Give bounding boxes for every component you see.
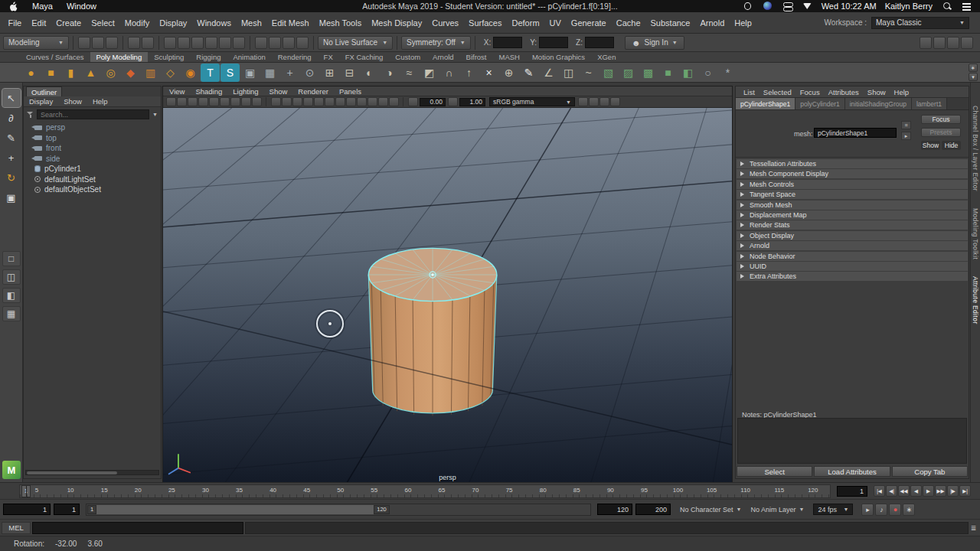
shelf-tab[interactable]: Motion Graphics [526,52,591,62]
four-pane-layout-button[interactable]: ▦ [2,306,21,321]
fps-selector[interactable]: 24 fps▼ [813,504,853,515]
shelf-tab[interactable]: Rendering [272,52,318,62]
view-transform-selector[interactable]: sRGB gamma▼ [489,97,575,106]
attr-list-toggle-icon[interactable]: ≡ [901,121,911,129]
playback-end-field[interactable]: 120 [597,504,632,515]
menu-item[interactable]: Cache [611,18,645,28]
multi-cut-icon[interactable]: × [479,64,498,82]
side-panel-tab[interactable]: Attribute Editor [972,276,979,324]
outliner-item[interactable]: defaultLightSet [24,174,161,185]
y-input[interactable] [539,37,568,48]
separate-icon[interactable]: ⊟ [340,64,359,82]
menu-item[interactable]: Deform [507,18,544,28]
paint-select-tool-icon[interactable]: ✎ [2,129,21,147]
animation-start-field[interactable]: 1 [3,504,51,515]
apple-menu-icon[interactable] [9,2,18,11]
shelf-tab[interactable]: FX Caching [339,52,390,62]
live-surface-selector[interactable]: No Live Surface▼ [318,36,393,50]
outliner-item[interactable]: defaultObjectSet [24,184,161,195]
viewport-menu-item[interactable]: Shading [195,87,222,96]
menu-item[interactable]: Display [155,18,192,28]
menu-item[interactable]: UV [544,18,566,28]
shelf-tab[interactable]: XGen [591,52,622,62]
lights-icon[interactable] [346,97,356,106]
shelf-editor-icon[interactable]: ∗ [969,64,978,72]
menu-item[interactable]: Substance [645,18,695,28]
mirror-icon[interactable]: ◫ [559,64,578,82]
attr-bottom-button[interactable]: Copy Tab [892,466,968,477]
siri-icon[interactable] [762,2,773,11]
render-current-frame-icon[interactable] [269,37,281,49]
attribute-section-header[interactable]: Arnold [737,241,968,250]
select-tool-icon[interactable]: ↖ [2,89,21,107]
wireframe-icon[interactable] [314,97,324,106]
menu-item[interactable]: Curves [427,18,464,28]
project-curve-icon[interactable]: ~ [579,64,598,82]
shelf-tab[interactable]: MASH [493,52,526,62]
shelf-tab[interactable]: Curves / Surfaces [20,52,90,62]
attribute-section-header[interactable]: Mesh Component Display [737,169,968,178]
attr-menu-item[interactable]: Show [867,88,886,96]
range-start-handle[interactable]: 1 [87,505,96,514]
poly-cube-icon[interactable]: ■ [41,64,60,82]
move-tool-icon[interactable]: + [2,148,21,167]
three-pane-layout-button[interactable]: ◧ [2,288,21,303]
quad-draw-icon[interactable]: ✎ [519,64,538,82]
workspace-selector[interactable]: Maya Classic▼ [871,17,969,29]
attribute-section-header[interactable]: Object Display [737,231,968,240]
range-end-handle[interactable]: 120 [374,505,390,514]
side-panel-tab[interactable]: Modeling Toolkit [972,208,979,259]
attr-menu-item[interactable]: Selected [763,88,792,96]
playback-start-field[interactable]: 1 [54,504,80,515]
poly-torus-icon[interactable]: ◎ [101,64,120,82]
step-back-frame-button[interactable]: ◀| [886,485,897,497]
attribute-section-header[interactable]: Mesh Controls [737,180,968,189]
multisampling-icon[interactable] [389,97,399,106]
show-button[interactable]: Show [921,141,940,150]
modeling-toolkit-toggle-icon[interactable] [961,37,973,49]
attribute-section-header[interactable]: UUID [737,262,968,271]
step-forward-key-button[interactable]: ▶▶ [935,485,946,497]
select-camera-icon[interactable] [166,97,176,106]
smooth-icon[interactable]: ≈ [400,64,419,82]
macos-menu-item[interactable]: Maya [25,2,60,11]
control-center-icon[interactable] [782,2,793,11]
attribute-editor-toggle-icon[interactable] [920,37,932,49]
macos-menu-item[interactable]: Window [60,2,103,11]
sculpt-tool-icon[interactable]: ○ [698,64,717,82]
auto-key-icon[interactable]: ● [889,504,901,516]
attribute-section-header[interactable]: Tangent Space [737,190,968,199]
uv-cylindrical-icon[interactable]: ▩ [639,64,658,82]
isolate-select-icon[interactable] [578,97,588,106]
bookmarks-icon[interactable] [198,97,208,106]
ipr-render-icon[interactable] [283,37,295,49]
attr-menu-item[interactable]: Help [894,88,910,96]
overscan-icon[interactable] [230,97,240,106]
range-slider-track[interactable]: 1 120 [86,504,591,516]
scale-tool-icon[interactable]: ▣ [2,188,21,207]
distance-tool-icon[interactable]: + [280,64,299,82]
play-backwards-button[interactable]: ◀ [910,485,922,497]
menu-item[interactable]: Windows [192,18,237,28]
screen-space-ao-icon[interactable] [368,97,377,106]
gate-mask-icon[interactable] [271,97,281,106]
chevron-down-icon[interactable]: ▼ [152,112,158,117]
viewport-menu-item[interactable]: Lighting [233,87,258,96]
viewport-menu-item[interactable]: Show [270,87,288,96]
viewport-menu-item[interactable]: Panels [339,87,361,96]
anim-layer-selector[interactable]: No Anim Layer▼ [750,506,804,514]
snap-to-curves-icon[interactable] [178,37,190,49]
maya-logo-icon[interactable]: M [2,461,21,479]
attr-node-tab[interactable]: lambert1 [912,98,947,109]
attr-menu-item[interactable]: Attributes [828,88,859,96]
menu-item[interactable]: Create [51,18,87,28]
z-input[interactable] [585,37,614,48]
current-frame-field[interactable]: 1 [837,486,867,497]
render-settings-icon[interactable] [296,37,309,49]
menu-item[interactable]: Edit Mesh [266,18,314,28]
timeline-ruler[interactable]: 5101520253035404550556065707580859095100… [19,484,831,498]
bridge-icon[interactable]: ∩ [439,64,459,82]
attr-menu-item[interactable]: List [743,88,755,96]
playhead[interactable]: 1 [21,485,31,497]
lasso-tool-icon[interactable]: ∂ [2,109,21,127]
